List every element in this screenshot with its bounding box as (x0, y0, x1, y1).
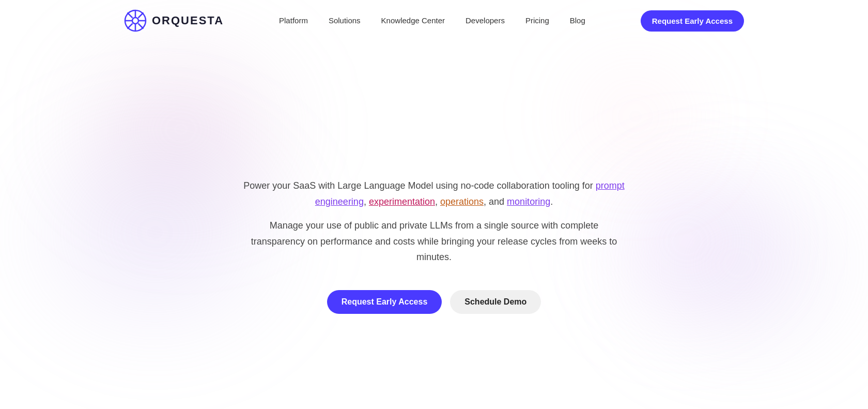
hero-buttons: Request Early Access Schedule Demo (327, 290, 541, 314)
hero-cta-secondary[interactable]: Schedule Demo (450, 290, 541, 314)
nav-item-pricing[interactable]: Pricing (525, 16, 549, 25)
svg-line-7 (138, 24, 144, 29)
hero-subtitle: Manage your use of public and private LL… (248, 218, 620, 265)
hero-comma1: , (364, 196, 369, 207)
navbar: ORQUESTA Platform Solutions Knowledge Ce… (0, 0, 868, 41)
hero-link-monitoring[interactable]: monitoring (507, 196, 550, 207)
nav-item-solutions[interactable]: Solutions (329, 16, 361, 25)
svg-line-8 (138, 13, 144, 18)
logo-text: ORQUESTA (152, 14, 224, 27)
nav-links: Platform Solutions Knowledge Center Deve… (279, 16, 585, 25)
nav-cta-button[interactable]: Request Early Access (641, 10, 744, 32)
hero-desc-prefix: Power your SaaS with Large Language Mode… (243, 180, 595, 191)
svg-point-1 (132, 18, 138, 24)
nav-item-platform[interactable]: Platform (279, 16, 308, 25)
hero-link-experimentation[interactable]: experimentation (369, 196, 435, 207)
hero-and-text: , and (484, 196, 507, 207)
hero-section: Power your SaaS with Large Language Mode… (0, 41, 868, 409)
hero-period: . (550, 196, 553, 207)
logo-link[interactable]: ORQUESTA (124, 9, 224, 32)
hero-comma2: , (435, 196, 440, 207)
nav-item-knowledge-center[interactable]: Knowledge Center (381, 16, 445, 25)
svg-line-6 (128, 13, 133, 18)
hero-cta-primary[interactable]: Request Early Access (327, 290, 442, 314)
nav-item-blog[interactable]: Blog (570, 16, 585, 25)
nav-item-developers[interactable]: Developers (466, 16, 505, 25)
hero-description: Power your SaaS with Large Language Mode… (233, 178, 636, 209)
svg-line-9 (128, 24, 133, 29)
hero-link-operations[interactable]: operations (440, 196, 484, 207)
logo-icon (124, 9, 147, 32)
